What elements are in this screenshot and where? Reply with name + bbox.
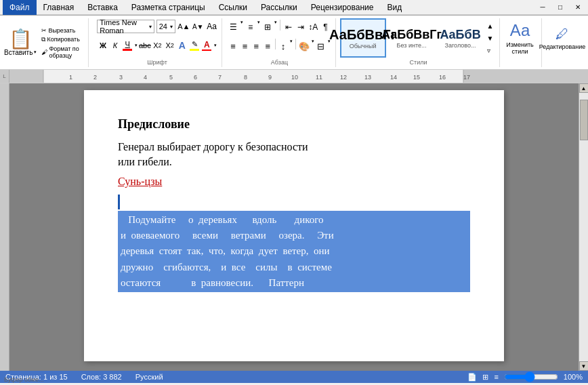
style-heading1[interactable]: АаБбВ Заголово... bbox=[438, 18, 484, 58]
left-margin bbox=[0, 83, 9, 371]
decrease-indent-button[interactable]: ⇤ bbox=[282, 20, 294, 35]
view-outline-icon[interactable]: ≡ bbox=[494, 373, 498, 381]
align-left-button[interactable]: ≡ bbox=[228, 39, 238, 54]
cursor-area bbox=[118, 193, 470, 209]
svg-text:14: 14 bbox=[390, 74, 397, 81]
menu-view[interactable]: Вид bbox=[380, 0, 408, 15]
scrollbar-track[interactable] bbox=[579, 93, 589, 361]
style-normal-label: Обычный bbox=[350, 43, 377, 49]
menu-review[interactable]: Рецензирование bbox=[304, 0, 381, 15]
underline-arrow[interactable]: ▾ bbox=[134, 43, 138, 48]
zoom-slider[interactable] bbox=[504, 374, 558, 380]
strikethrough-button[interactable]: abc bbox=[139, 39, 151, 52]
editing-button[interactable]: 🖊 Редактирование bbox=[544, 18, 581, 58]
styles-expand[interactable]: ▿ bbox=[487, 47, 494, 54]
underline-button[interactable]: Ч bbox=[122, 39, 133, 52]
menu-home[interactable]: Главная bbox=[37, 0, 81, 15]
scrollbar-down-button[interactable]: ▼ bbox=[579, 361, 589, 371]
decrease-font-size-button[interactable]: A▼ bbox=[192, 20, 204, 33]
copy-button[interactable]: ⧉ Копировать bbox=[40, 35, 84, 44]
menu-insert[interactable]: Вставка bbox=[81, 0, 125, 15]
svg-text:3: 3 bbox=[119, 74, 123, 81]
svg-rect-2 bbox=[463, 70, 588, 83]
svg-text:11: 11 bbox=[316, 74, 322, 81]
numbering-button[interactable]: ≡ bbox=[245, 20, 256, 35]
increase-indent-button[interactable]: ⇥ bbox=[295, 20, 306, 35]
right-scrollbar: ▲ ▼ bbox=[579, 83, 588, 371]
fill-color-arrow[interactable]: ▾ bbox=[311, 39, 315, 54]
paste-dropdown-arrow[interactable]: ▾ bbox=[33, 49, 37, 55]
subscript-button[interactable]: X2 bbox=[152, 39, 163, 52]
editing-group: 🖊 Редактирование bbox=[543, 18, 584, 67]
menu-references[interactable]: Ссылки bbox=[212, 0, 254, 15]
selected-paragraph[interactable]: Подумайте о деревьях вдоль дикого и овев… bbox=[118, 211, 470, 292]
highlight-button[interactable]: ✎ bbox=[188, 39, 200, 52]
border-button[interactable]: ⊟ bbox=[316, 39, 327, 54]
styles-scroll-down[interactable]: ▼ bbox=[487, 35, 494, 42]
svg-text:5: 5 bbox=[169, 74, 173, 81]
sort-button[interactable]: ↕A bbox=[308, 20, 319, 35]
clipboard-sub-buttons: ✂ Вырезать ⧉ Копировать 🖌 Формат по обра… bbox=[40, 26, 84, 60]
italic-button[interactable]: К bbox=[109, 39, 121, 52]
svg-text:7: 7 bbox=[218, 74, 222, 81]
view-web-icon[interactable]: ⊞ bbox=[482, 373, 488, 382]
text-cursor bbox=[118, 195, 120, 209]
size-dropdown-arrow[interactable]: ▾ bbox=[170, 24, 173, 30]
document-author: Сунь-цзы bbox=[118, 176, 470, 188]
scrollbar-up-button[interactable]: ▲ bbox=[579, 83, 589, 93]
view-normal-icon[interactable]: 📄 bbox=[467, 373, 477, 382]
menu-mailings[interactable]: Рассылки bbox=[254, 0, 304, 15]
font-color-arrow[interactable]: ▾ bbox=[213, 43, 217, 48]
font-name-selector[interactable]: Times New Roman ▾ bbox=[97, 20, 154, 33]
minimize-button[interactable]: ─ bbox=[535, 2, 550, 13]
clear-formatting-button[interactable]: Aa bbox=[206, 20, 217, 33]
font-row1: Times New Roman ▾ 24 ▾ A▲ A▼ Aa bbox=[97, 20, 217, 33]
style-normal[interactable]: АаБбВвГг Обычный bbox=[340, 18, 386, 58]
svg-text:12: 12 bbox=[340, 74, 347, 81]
multilevel-button[interactable]: ⊞ bbox=[261, 20, 273, 35]
document-subheading: Генерал выбирает дорогу к безопасностиил… bbox=[118, 140, 470, 170]
multilevel-arrow[interactable]: ▾ bbox=[274, 20, 278, 35]
svg-text:6: 6 bbox=[194, 74, 197, 81]
numbering-arrow[interactable]: ▾ bbox=[257, 20, 261, 35]
font-color-button[interactable]: А bbox=[201, 39, 213, 52]
bullets-arrow[interactable]: ▾ bbox=[240, 20, 244, 35]
format-painter-button[interactable]: 🖌 Формат по образцу bbox=[40, 45, 84, 60]
menu-file[interactable]: Файл bbox=[3, 0, 37, 15]
document-area[interactable]: Предисловие Генерал выбирает дорогу к бе… bbox=[9, 83, 579, 371]
text-effects-button[interactable]: A bbox=[176, 39, 188, 52]
font-size-selector[interactable]: 24 ▾ bbox=[156, 20, 175, 33]
line-spacing-arrow[interactable]: ▾ bbox=[289, 39, 293, 54]
fill-color-button[interactable]: 🎨 bbox=[298, 39, 310, 54]
bullets-button[interactable]: ☰ bbox=[228, 20, 239, 35]
align-row: ≡ ≡ ≡ ≡ ↕ ▾ 🎨 ▾ ⊟ ▾ bbox=[228, 39, 331, 54]
svg-text:4: 4 bbox=[144, 74, 147, 81]
paragraph-group: ☰ ▾ ≡ ▾ ⊞ ▾ ⇤ ⇥ ↕A ¶ ≡ ≡ ≡ ≡ ↕ ▾ bbox=[224, 18, 336, 67]
styles-group: АаБбВвГг Обычный АаБбВвГг Без инте... Аа… bbox=[337, 18, 500, 67]
scrollbar-thumb[interactable] bbox=[580, 100, 588, 140]
cut-button[interactable]: ✂ Вырезать bbox=[40, 26, 84, 35]
restore-button[interactable]: □ bbox=[553, 2, 568, 13]
style-heading1-preview: АаБбВ bbox=[440, 28, 480, 42]
close-button[interactable]: ✕ bbox=[570, 2, 585, 13]
change-styles-button[interactable]: Аа Изменить стили bbox=[501, 18, 539, 58]
ruler-left-marker: L bbox=[0, 70, 9, 83]
view-controls: 📄 ⊞ ≡ 100% bbox=[467, 373, 583, 382]
paste-button[interactable]: 📋 Вставить ▾ bbox=[4, 30, 37, 56]
justify-button[interactable]: ≡ bbox=[262, 39, 273, 54]
align-center-button[interactable]: ≡ bbox=[239, 39, 250, 54]
bold-button[interactable]: Ж bbox=[97, 39, 108, 52]
align-right-button[interactable]: ≡ bbox=[251, 39, 261, 54]
menu-page-layout[interactable]: Разметка страницы bbox=[125, 0, 212, 15]
styles-scroll-up[interactable]: ▲ bbox=[487, 22, 494, 30]
superscript-button[interactable]: X2 bbox=[164, 39, 175, 52]
change-styles-group: Аа Изменить стили bbox=[501, 18, 542, 67]
line-spacing-button[interactable]: ↕ bbox=[278, 39, 289, 54]
increase-font-size-button[interactable]: A▲ bbox=[177, 20, 190, 33]
style-no-interval[interactable]: АаБбВвГг Без инте... bbox=[389, 18, 435, 58]
window-controls: ─ □ ✕ bbox=[535, 2, 585, 13]
main-layout: Предисловие Генерал выбирает дорогу к бе… bbox=[0, 83, 588, 371]
svg-rect-1 bbox=[43, 70, 463, 83]
clipboard-group: 📋 Вставить ▾ ✂ Вырезать ⧉ Копировать 🖌 Ф… bbox=[4, 18, 89, 67]
font-dropdown-arrow[interactable]: ▾ bbox=[149, 24, 152, 30]
